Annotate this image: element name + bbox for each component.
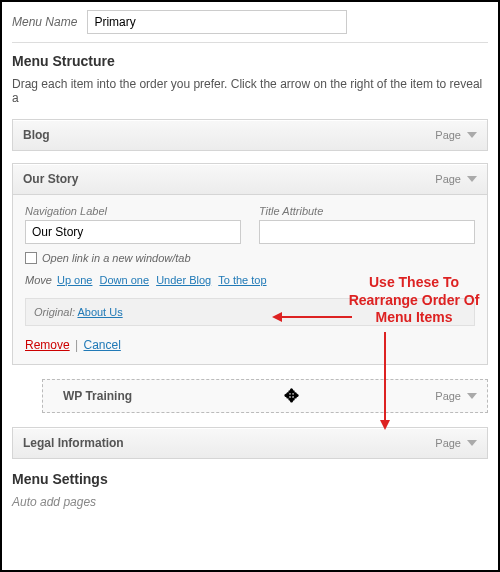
navigation-label-input[interactable]: [25, 220, 241, 244]
move-label: Move: [25, 274, 52, 286]
menu-name-label: Menu Name: [12, 15, 77, 29]
menu-name-input[interactable]: [87, 10, 347, 34]
menu-item-title: WP Training: [63, 389, 132, 403]
menu-item-type: Page: [435, 173, 461, 185]
menu-item-title: Blog: [23, 128, 50, 142]
move-under-link[interactable]: Under Blog: [156, 274, 211, 286]
menu-item-legal-information[interactable]: Legal Information Page: [12, 427, 488, 459]
menu-settings-heading: Menu Settings: [12, 471, 488, 487]
menu-structure-help: Drag each item into the order you prefer…: [12, 77, 488, 105]
navigation-label-caption: Navigation Label: [25, 205, 241, 217]
menu-item-type: Page: [435, 437, 461, 449]
chevron-down-icon[interactable]: [467, 440, 477, 446]
menu-item-meta: Page: [435, 129, 477, 141]
menu-item-type: Page: [435, 390, 461, 402]
move-controls: Move Up one Down one Under Blog To the t…: [25, 274, 475, 286]
chevron-down-icon[interactable]: [467, 393, 477, 399]
move-down-link[interactable]: Down one: [100, 274, 150, 286]
separator: |: [75, 338, 78, 352]
menu-item-meta: Page: [435, 173, 477, 185]
title-attribute-caption: Title Attribute: [259, 205, 475, 217]
title-attribute-input[interactable]: [259, 220, 475, 244]
move-up-link[interactable]: Up one: [57, 274, 92, 286]
item-actions: Remove | Cancel: [25, 338, 475, 352]
menu-item-wp-training[interactable]: WP Training Page ✥: [42, 379, 488, 413]
menu-item-meta: Page: [435, 437, 477, 449]
menu-name-row: Menu Name: [12, 10, 488, 43]
menu-item-title: Our Story: [23, 172, 78, 186]
menu-item-our-story[interactable]: Our Story Page: [12, 163, 488, 195]
original-box: Original: About Us: [25, 298, 475, 326]
menu-item-meta: Page: [435, 390, 477, 402]
remove-link[interactable]: Remove: [25, 338, 70, 352]
new-tab-checkbox[interactable]: [25, 252, 37, 264]
original-link[interactable]: About Us: [77, 306, 122, 318]
menu-item-our-story-panel: Navigation Label Title Attribute Open li…: [12, 195, 488, 365]
menu-item-type: Page: [435, 129, 461, 141]
menu-structure-heading: Menu Structure: [12, 53, 488, 69]
move-cursor-icon: ✥: [284, 385, 299, 407]
chevron-down-icon[interactable]: [467, 176, 477, 182]
new-tab-label: Open link in a new window/tab: [42, 252, 191, 264]
cancel-link[interactable]: Cancel: [84, 338, 121, 352]
move-top-link[interactable]: To the top: [218, 274, 266, 286]
menu-item-blog[interactable]: Blog Page: [12, 119, 488, 151]
auto-add-pages-label: Auto add pages: [12, 495, 488, 509]
menu-item-title: Legal Information: [23, 436, 124, 450]
original-label: Original:: [34, 306, 75, 318]
chevron-down-icon[interactable]: [467, 132, 477, 138]
